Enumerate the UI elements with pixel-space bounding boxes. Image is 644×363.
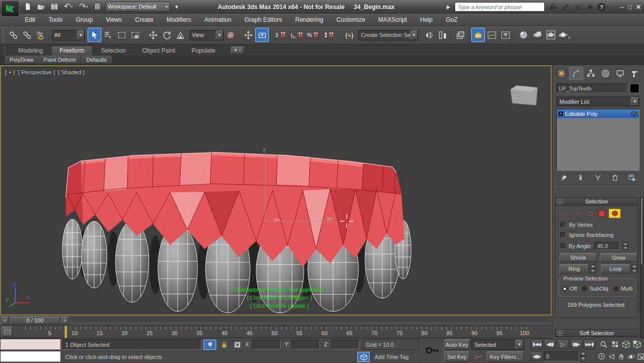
spinner-snap-button[interactable]: ▲▼ xyxy=(321,28,338,42)
tab-hierarchy[interactable] xyxy=(584,67,598,80)
mirror-button[interactable] xyxy=(422,28,436,42)
angle-snap-button[interactable] xyxy=(289,28,305,42)
previous-frame-button[interactable]: ◀▮▮ xyxy=(544,339,556,349)
key-step-toggle[interactable]: ◀▮▶ xyxy=(531,351,543,361)
selection-lock-button[interactable] xyxy=(219,340,230,350)
panel-scrollbar[interactable] xyxy=(640,197,643,338)
key-filters-button[interactable]: Key Filters... xyxy=(487,351,524,362)
time-slider-prev-button[interactable]: < xyxy=(1,316,9,325)
ring-button[interactable]: Ring xyxy=(559,264,589,273)
communication-center-icon[interactable] xyxy=(574,3,583,11)
absolute-offset-toggle[interactable] xyxy=(232,340,243,350)
tab-create[interactable] xyxy=(554,67,569,80)
menu-item[interactable]: Views xyxy=(99,16,129,23)
curve-editor-button[interactable] xyxy=(485,28,499,42)
vertex-subobject-icon[interactable] xyxy=(560,210,570,218)
stack-expand-icon[interactable]: + xyxy=(558,111,563,116)
edge-subobject-icon[interactable] xyxy=(573,210,582,218)
tab-display[interactable] xyxy=(613,67,627,80)
menu-item[interactable]: Customize xyxy=(330,16,372,23)
project-folder-button[interactable] xyxy=(92,1,103,12)
pin-stack-icon[interactable] xyxy=(560,174,568,182)
ribbon-grip[interactable] xyxy=(4,47,6,55)
select-and-rotate-button[interactable] xyxy=(160,28,174,42)
modifier-stack[interactable]: + Editable Poly xyxy=(556,109,639,171)
menu-item[interactable]: Create xyxy=(129,16,160,23)
set-key-button[interactable]: Set Key xyxy=(444,351,470,362)
maxscript-listener-pink[interactable] xyxy=(0,339,61,350)
open-file-button[interactable] xyxy=(35,1,47,12)
menu-item[interactable]: Edit xyxy=(18,16,42,23)
restore-button[interactable]: □ xyxy=(628,4,632,11)
zoom-extents-button[interactable] xyxy=(621,339,631,349)
window-crossing-button[interactable] xyxy=(129,28,142,42)
viewport-pov-menu[interactable]: [ Perspective ] xyxy=(18,69,55,75)
xview-configure-link[interactable]: [ Click Here To Configure ] xyxy=(201,294,358,302)
set-keys-button[interactable] xyxy=(423,341,442,359)
border-subobject-icon[interactable] xyxy=(586,210,595,218)
grow-button[interactable]: Grow xyxy=(600,253,637,262)
ribbon-subtab[interactable]: Defaults xyxy=(82,56,111,64)
xview-update-link[interactable]: [ Click Here To Update ] xyxy=(201,302,358,310)
named-selection-sets-dropdown[interactable]: Create Selection Se ▼ xyxy=(358,30,418,41)
isolate-selection-button[interactable] xyxy=(204,340,216,350)
new-file-button[interactable] xyxy=(22,1,33,12)
app-logo[interactable] xyxy=(1,1,19,17)
schematic-view-button[interactable] xyxy=(499,28,512,42)
tab-motion[interactable] xyxy=(598,67,613,80)
maxscript-listener-white[interactable] xyxy=(0,351,61,362)
preview-multi-radio[interactable] xyxy=(613,286,619,292)
viewport-shading-menu[interactable]: [ Shaded ] xyxy=(58,69,84,75)
unlink-selection-button[interactable] xyxy=(20,28,34,42)
toolbar-grip[interactable] xyxy=(3,28,5,42)
time-slider-next-button[interactable]: > xyxy=(61,316,69,325)
preview-off-radio[interactable] xyxy=(562,286,568,292)
ribbon-subtab[interactable]: Paint Deform xyxy=(39,56,80,64)
preview-subobj-radio[interactable] xyxy=(582,286,587,292)
menu-item[interactable]: Modifiers xyxy=(160,16,198,23)
selection-region-button[interactable] xyxy=(115,28,129,42)
subscription-key-icon[interactable] xyxy=(559,1,572,13)
make-unique-icon[interactable] xyxy=(594,174,602,182)
goto-start-button[interactable]: ▮◀◀ xyxy=(531,339,543,349)
zoom-all-button[interactable] xyxy=(610,339,620,349)
configure-modifier-sets-icon[interactable] xyxy=(628,174,636,182)
render-setup-button[interactable] xyxy=(530,28,544,42)
ring-spinner[interactable]: ▲▼ xyxy=(590,264,596,273)
loop-button[interactable]: Loop xyxy=(601,264,630,273)
play-button[interactable]: ▷ xyxy=(557,339,569,349)
menu-item[interactable]: Tools xyxy=(42,16,69,23)
time-configuration-button[interactable] xyxy=(596,351,607,361)
time-slider-track[interactable] xyxy=(71,317,551,324)
current-frame-field[interactable]: 0 xyxy=(544,351,579,361)
menu-item[interactable]: Help xyxy=(414,16,439,23)
layer-manager-button[interactable] xyxy=(454,28,467,42)
panel-scrollbar-thumb[interactable] xyxy=(641,198,642,264)
track-bar[interactable]: 5 10152025303540455055606570758085909510… xyxy=(0,326,552,338)
current-frame-marker[interactable] xyxy=(64,326,67,338)
use-pivot-center-button[interactable] xyxy=(224,28,237,42)
minimize-button[interactable]: ─ xyxy=(620,4,624,11)
bind-to-space-warp-button[interactable] xyxy=(34,28,48,42)
time-slider-handle[interactable]: 0 / 100 xyxy=(10,316,60,325)
ribbon-tab-freeform[interactable]: Freeform xyxy=(51,46,93,56)
key-mode-dropdown[interactable]: Selected ▼ xyxy=(471,339,524,350)
ribbon-tab-selection[interactable]: Selection xyxy=(93,46,134,56)
snaps-toggle-button[interactable]: 3 xyxy=(273,28,289,42)
undo-button[interactable]: ↶▾ xyxy=(62,1,75,12)
soft-selection-rollout-header[interactable]: + Soft Selection xyxy=(555,329,638,337)
polygon-subobject-icon[interactable] xyxy=(598,210,605,217)
align-button[interactable] xyxy=(436,28,450,42)
viewport-general-menu[interactable]: [ + ] xyxy=(5,69,15,75)
field-of-view-button[interactable] xyxy=(607,351,616,361)
y-coord-field[interactable] xyxy=(292,340,320,349)
keyboard-shortcut-override-button[interactable] xyxy=(255,28,269,42)
object-name-field[interactable]: LP_TopTeeth xyxy=(556,84,627,93)
viewport-perspective[interactable]: Z z x y [ + ] [ Perspective ] [ Shaded ]… xyxy=(0,65,552,315)
save-file-button[interactable] xyxy=(49,1,60,12)
select-by-name-button[interactable] xyxy=(101,28,115,42)
isolate-cube-button[interactable] xyxy=(357,352,370,362)
next-frame-button[interactable]: ▮▮▶ xyxy=(570,339,582,349)
close-button[interactable]: ✕ xyxy=(636,4,641,11)
element-subobject-icon[interactable] xyxy=(609,209,621,218)
